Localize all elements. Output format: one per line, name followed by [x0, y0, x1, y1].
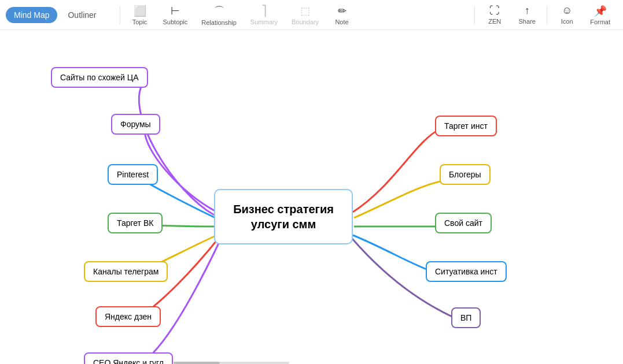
format-label: Format [590, 18, 610, 25]
toolbar-right: ⛶ ZEN ↑ Share ☺ Icon 📌 Format [478, 2, 617, 28]
relationship-label: Relationship [201, 19, 237, 26]
note-icon: ✏ [338, 5, 346, 17]
node-n5[interactable]: Каналы телеграм [84, 261, 168, 282]
summary-icon: ⎤ [261, 5, 267, 17]
horizontal-scrollbar[interactable] [174, 362, 289, 364]
icon-label: Icon [561, 18, 573, 25]
node-r2[interactable]: Блогеры [440, 164, 491, 185]
node-n4[interactable]: Таргет ВК [108, 213, 163, 233]
canvas: Бизнес стратегия улсуги смм Сайты по схо… [0, 30, 623, 364]
tool-relationship[interactable]: ⌒ Relationship [194, 2, 244, 28]
node-r4[interactable]: Ситуативка инст [426, 261, 507, 282]
relationship-icon: ⌒ [214, 4, 224, 18]
tool-icon[interactable]: ☺ Icon [551, 2, 583, 27]
tool-share[interactable]: ↑ Share [511, 2, 543, 27]
toolbar-separator-2 [474, 6, 475, 24]
tool-note[interactable]: ✏ Note [326, 2, 358, 28]
node-n7[interactable]: СЕО Яндекс и гугл [84, 352, 173, 364]
toolbar-separator-3 [547, 6, 547, 24]
summary-label: Summary [250, 18, 278, 25]
node-n3[interactable]: Pinterest [108, 164, 158, 185]
node-r1[interactable]: Таргет инст [435, 116, 497, 136]
boundary-label: Boundary [292, 18, 319, 25]
node-n1[interactable]: Сайты по схожей ЦА [51, 67, 148, 88]
zen-icon: ⛶ [489, 5, 500, 17]
boundary-icon: ⬚ [300, 5, 310, 17]
tab-group: Mind Map Outliner [6, 7, 105, 23]
tool-summary[interactable]: ⎤ Summary [244, 2, 285, 28]
tool-topic[interactable]: ⬜ Topic [124, 2, 156, 28]
subtopic-icon: ⊢ [171, 5, 180, 17]
share-label: Share [518, 18, 535, 25]
node-n6[interactable]: Яндекс дзен [95, 306, 161, 327]
tool-zen[interactable]: ⛶ ZEN [478, 2, 511, 27]
note-label: Note [335, 18, 348, 25]
node-r3[interactable]: Свой сайт [435, 213, 492, 233]
toolbar: Mind Map Outliner ⬜ Topic ⊢ Subtopic ⌒ R… [0, 0, 623, 30]
topic-label: Topic [132, 18, 148, 25]
share-icon: ↑ [525, 5, 530, 17]
toolbar-separator [120, 6, 120, 24]
center-node[interactable]: Бизнес стратегия улсуги смм [214, 189, 353, 244]
tool-format[interactable]: 📌 Format [583, 2, 617, 28]
scrollbar-thumb[interactable] [174, 362, 220, 364]
subtopic-label: Subtopic [163, 18, 188, 25]
icon-icon: ☺ [562, 5, 572, 17]
tool-subtopic[interactable]: ⊢ Subtopic [156, 2, 195, 28]
tool-boundary[interactable]: ⬚ Boundary [285, 2, 326, 28]
format-icon: 📌 [594, 5, 607, 17]
zen-label: ZEN [488, 18, 501, 25]
tab-mindmap[interactable]: Mind Map [6, 7, 57, 23]
tab-outliner[interactable]: Outliner [60, 7, 104, 23]
node-n2[interactable]: Форумы [111, 114, 160, 135]
node-r5[interactable]: ВП [451, 307, 481, 328]
toolbar-items: ⬜ Topic ⊢ Subtopic ⌒ Relationship ⎤ Summ… [124, 2, 471, 28]
topic-icon: ⬜ [134, 5, 146, 17]
